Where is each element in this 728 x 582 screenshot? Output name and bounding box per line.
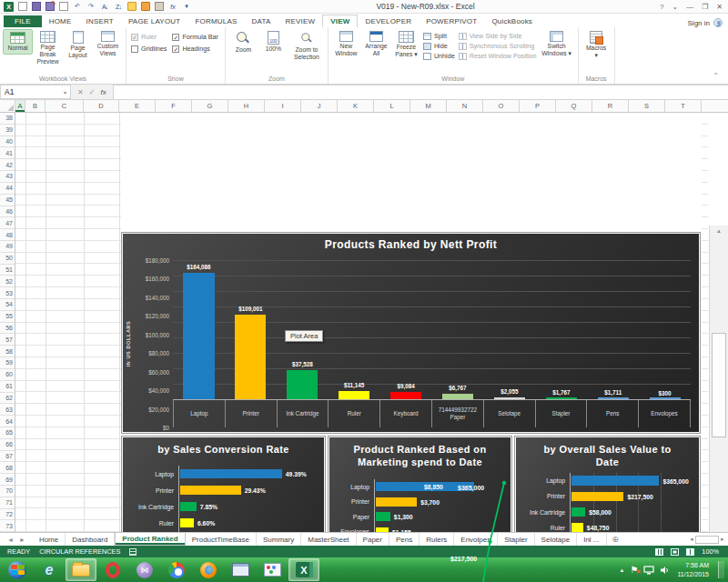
- row-header-58[interactable]: 58: [0, 346, 15, 357]
- normal-view-button[interactable]: Normal: [3, 29, 33, 55]
- save-icon[interactable]: [32, 2, 41, 11]
- show-desktop-button[interactable]: [718, 561, 724, 577]
- hscroll-right-icon[interactable]: ►: [720, 537, 725, 542]
- row-header-45[interactable]: 45: [0, 195, 15, 206]
- row-header-53[interactable]: 53: [0, 287, 15, 299]
- ribbon-tab-powerpivot[interactable]: POWERPIVOT: [419, 15, 484, 27]
- hscroll-left-icon[interactable]: ◄: [689, 537, 694, 542]
- custom-views-button[interactable]: Custom Views: [93, 29, 123, 59]
- sort-ascending-icon[interactable]: A↓: [100, 2, 109, 11]
- column-header-D[interactable]: D: [84, 100, 119, 112]
- row-header-43[interactable]: 43: [0, 171, 15, 183]
- network-icon[interactable]: [643, 566, 654, 575]
- bar-printer[interactable]: [235, 315, 266, 399]
- bar[interactable]: [571, 476, 659, 485]
- column-header-N[interactable]: N: [447, 100, 483, 112]
- favorites-folder-icon[interactable]: [141, 2, 150, 11]
- row-header-39[interactable]: 39: [0, 125, 15, 136]
- row-header-68[interactable]: 68: [0, 462, 15, 474]
- bar[interactable]: [180, 469, 282, 479]
- print-preview-icon[interactable]: [59, 2, 68, 11]
- bar[interactable]: [180, 486, 241, 496]
- ribbon-tab-view[interactable]: VIEW: [322, 15, 358, 27]
- insert-function-icon[interactable]: fx: [168, 2, 177, 11]
- column-header-Q[interactable]: Q: [556, 100, 592, 112]
- column-header-L[interactable]: L: [374, 100, 410, 112]
- taskbar-chrome[interactable]: [161, 558, 192, 581]
- gridlines-checkbox[interactable]: Gridlines: [131, 45, 167, 53]
- chart-nett-profit[interactable]: Products Ranked by Nett Profit IN US DOL…: [121, 232, 701, 434]
- row-header-71[interactable]: 71: [0, 497, 15, 509]
- select-all-corner[interactable]: [0, 100, 15, 112]
- minimize-button[interactable]: —: [686, 3, 693, 11]
- taskbar-kmplayer[interactable]: ⋈: [129, 558, 160, 581]
- redo-icon[interactable]: ↷: [86, 2, 96, 11]
- save-as-icon[interactable]: [46, 2, 55, 11]
- sheet-tab-home[interactable]: Home: [33, 533, 66, 546]
- column-header-J[interactable]: J: [301, 100, 338, 112]
- row-header-59[interactable]: 59: [0, 357, 15, 369]
- tab-scroll-left-icon[interactable]: ◄: [7, 537, 14, 543]
- insert-function-icon[interactable]: fx: [100, 88, 106, 96]
- column-header-S[interactable]: S: [629, 100, 665, 112]
- name-box-dropdown-icon[interactable]: ▾: [64, 89, 66, 95]
- taskbar-internet-explorer[interactable]: e: [34, 558, 65, 581]
- action-center-flag-icon[interactable]: ⚑✕: [631, 565, 639, 575]
- normal-view-icon[interactable]: [655, 548, 663, 556]
- taskbar-clock[interactable]: 7:56 AM 11/12/2015: [675, 561, 709, 577]
- view-side-by-side-button[interactable]: View Side by Side: [459, 32, 537, 40]
- page-layout-view-icon[interactable]: [671, 548, 679, 556]
- bar-pens[interactable]: [598, 397, 629, 399]
- row-header-60[interactable]: 60: [0, 369, 15, 381]
- sheet-tab-mastersheet[interactable]: MasterSheet: [301, 533, 356, 546]
- open-folder-icon[interactable]: [127, 2, 136, 11]
- confirm-entry-icon[interactable]: ✓: [89, 88, 96, 96]
- row-header-48[interactable]: 48: [0, 229, 15, 241]
- freeze-panes-button[interactable]: Freeze Panes ▾: [391, 29, 421, 60]
- row-header-70[interactable]: 70: [0, 486, 15, 497]
- new-sheet-button[interactable]: ⊕: [607, 533, 625, 546]
- zoom-level[interactable]: 100%: [702, 547, 719, 556]
- column-header-H[interactable]: H: [228, 100, 265, 112]
- vertical-scroll-thumb[interactable]: [712, 333, 726, 437]
- column-header-F[interactable]: F: [156, 100, 192, 112]
- row-header-49[interactable]: 49: [0, 241, 15, 253]
- column-header-R[interactable]: R: [592, 100, 629, 112]
- scroll-up-icon[interactable]: ▲: [710, 226, 728, 237]
- ribbon-tab-formulas[interactable]: FORMULAS: [187, 15, 244, 27]
- row-header-64[interactable]: 64: [0, 416, 15, 427]
- page-break-preview-button[interactable]: Page Break Preview: [33, 29, 63, 66]
- zoom-100-button[interactable]: 100 100%: [258, 29, 288, 55]
- taskbar-paint[interactable]: [257, 558, 288, 581]
- speaker-icon[interactable]: [660, 566, 670, 575]
- cells-right-region[interactable]: [702, 113, 708, 532]
- row-header-63[interactable]: 63: [0, 404, 15, 416]
- row-header-47[interactable]: 47: [0, 217, 15, 229]
- column-header-P[interactable]: P: [520, 100, 556, 112]
- ribbon-tab-page-layout[interactable]: PAGE LAYOUT: [121, 15, 187, 27]
- new-window-button[interactable]: New Window: [331, 29, 361, 59]
- row-header-54[interactable]: 54: [0, 299, 15, 311]
- column-header-I[interactable]: I: [265, 100, 301, 112]
- sheet-grid[interactable]: 3839404142434445464748495051525354555657…: [0, 113, 728, 532]
- bar[interactable]: [571, 523, 583, 532]
- row-header-62[interactable]: 62: [0, 393, 15, 405]
- row-header-57[interactable]: 57: [0, 334, 15, 346]
- paste-icon[interactable]: [155, 2, 164, 11]
- plot-area[interactable]: $164,086$109,001$37,528$11,145$9,084$6,7…: [173, 260, 691, 400]
- row-header-56[interactable]: 56: [0, 323, 15, 335]
- row-header-46[interactable]: 46: [0, 206, 15, 218]
- formula-input[interactable]: [114, 85, 728, 99]
- bar-selotape[interactable]: [494, 397, 525, 399]
- ruler-checkbox[interactable]: Ruler: [131, 33, 167, 41]
- sheet-tab-producttimebase[interactable]: ProductTimeBase: [186, 533, 257, 546]
- sheet-tab-selotape[interactable]: Selotape: [535, 533, 578, 546]
- taskbar-file-explorer[interactable]: [66, 558, 96, 581]
- column-header-A[interactable]: A: [15, 100, 25, 112]
- sheet-tab-summary[interactable]: Summary: [257, 533, 301, 546]
- page-layout-button[interactable]: Page Layout: [63, 29, 93, 61]
- row-header-50[interactable]: 50: [0, 253, 15, 265]
- zoom-button[interactable]: Zoom: [228, 29, 258, 55]
- column-header-G[interactable]: G: [192, 100, 228, 112]
- row-header-40[interactable]: 40: [0, 136, 15, 148]
